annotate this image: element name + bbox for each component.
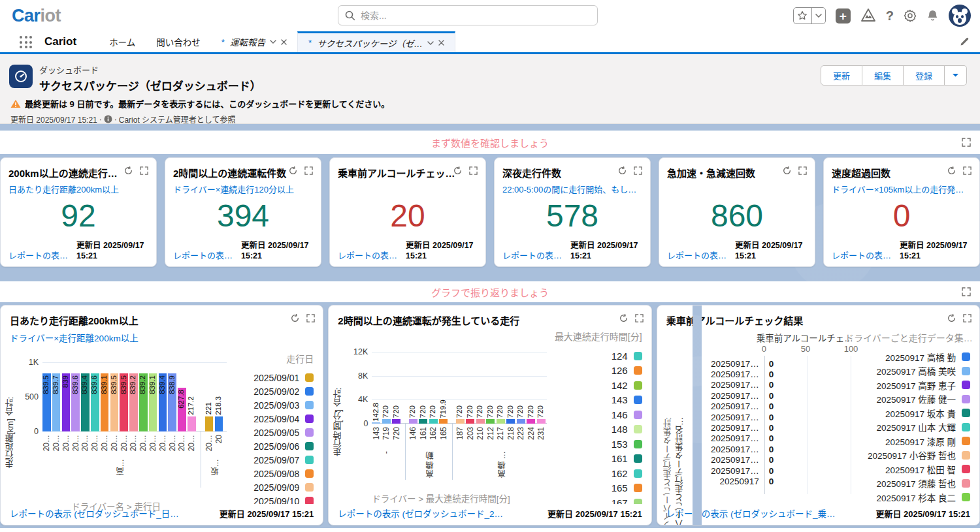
close-icon[interactable] [281, 39, 287, 45]
trailhead-icon[interactable] [860, 8, 876, 23]
tab-home[interactable]: ホーム [99, 31, 146, 52]
report-link[interactable]: レポートの表示 (ゼロダッシュボード_2… [338, 507, 503, 520]
report-link[interactable]: レポートの表… [502, 249, 562, 261]
bar[interactable] [429, 419, 438, 424]
notifications-bell-icon[interactable] [926, 9, 939, 22]
kpi-report-subtitle-link[interactable]: 日あたり走行距離200km以上 [8, 183, 148, 195]
bar[interactable] [537, 419, 546, 424]
legend-color-chip [962, 437, 970, 445]
favorites-star-icon[interactable] [794, 8, 811, 23]
edit-navigation-pencil-icon[interactable] [960, 37, 970, 46]
subscribe-button[interactable]: 登録 [904, 65, 945, 86]
bar[interactable] [456, 419, 465, 424]
refresh-icon[interactable] [124, 166, 133, 175]
bar-value-label: 720 [466, 405, 474, 418]
bar[interactable] [372, 422, 380, 424]
y-tick-label: 500 [12, 392, 39, 401]
x-tick-label: 20… [100, 435, 109, 451]
bar[interactable] [497, 419, 505, 424]
edit-button[interactable]: 編集 [862, 65, 904, 86]
chevron-down-icon[interactable] [270, 40, 276, 44]
app-launcher-waffle-icon[interactable] [20, 36, 33, 49]
expand-icon[interactable] [140, 166, 148, 175]
bar[interactable] [506, 419, 515, 424]
bar[interactable] [486, 419, 495, 424]
expand-icon[interactable] [634, 166, 642, 175]
expand-icon[interactable] [963, 166, 972, 175]
quick-create-icon[interactable]: + [836, 8, 851, 23]
row-value: 0 [769, 369, 774, 379]
kpi-report-subtitle-link[interactable]: 22:00-5:00の間に走行開始、もし… [502, 183, 642, 195]
report-link[interactable]: レポートの表… [338, 249, 397, 261]
refresh-icon[interactable] [947, 314, 956, 322]
kpi-card: 2時間以上の連続運転件数ドライバー×連続走行120分以上394レポートの表…更新… [165, 157, 321, 267]
favorites-dropdown-icon[interactable] [811, 8, 825, 23]
section-expand-icon[interactable] [962, 287, 971, 296]
tab-driving-report[interactable]: *運転報告 [211, 31, 297, 52]
report-link[interactable]: レポートの表… [667, 249, 727, 261]
refresh-icon[interactable] [947, 166, 956, 175]
bar[interactable] [419, 419, 427, 424]
legend-color-chip [305, 442, 314, 450]
refresh-button[interactable]: 更新 [821, 65, 862, 86]
bar[interactable] [205, 416, 214, 431]
legend-color-chip [962, 409, 970, 417]
tab-inquiry[interactable]: 問い合わせ [146, 31, 211, 52]
legend-color-chip [634, 484, 642, 492]
dashboard-page-header: ダッシュボード サクセスパッケージ（ゼロダッシュボード） 最終更新は 9 日前で… [0, 54, 980, 124]
bar-value-label: 720 [486, 405, 494, 418]
bar[interactable] [382, 419, 391, 424]
bar[interactable] [409, 419, 417, 424]
tab-success-package[interactable]: *サクセスパッケージ（ゼ… [297, 31, 455, 52]
card-action-icons [947, 314, 972, 322]
global-search[interactable] [338, 5, 598, 25]
report-link[interactable]: レポートの表示 (ゼロダッシュボード_乗… [666, 507, 836, 520]
expand-icon[interactable] [469, 166, 478, 175]
report-link[interactable]: レポートの表… [8, 249, 68, 261]
chart-updated-text: 更新日 2025/09/17 15:21 [220, 507, 314, 520]
expand-icon[interactable] [304, 166, 313, 175]
bar[interactable] [392, 419, 400, 424]
section-expand-icon[interactable] [962, 138, 971, 147]
bar[interactable] [439, 419, 448, 424]
chart-row: 20250917…0 [693, 401, 774, 412]
report-link[interactable]: レポートの表… [832, 249, 891, 261]
legend-color-chip [634, 366, 642, 375]
chevron-down-icon[interactable] [427, 41, 434, 45]
bar[interactable] [215, 416, 223, 431]
kpi-report-subtitle-link[interactable]: ドライバー×105km以上の走行発… [832, 183, 972, 195]
favorites-group[interactable] [793, 7, 826, 24]
help-icon[interactable]: ? [886, 8, 894, 23]
chart-row: 20250917…0 [693, 380, 774, 390]
meta-dot: · [99, 115, 102, 124]
refresh-icon[interactable] [783, 166, 791, 175]
refresh-icon[interactable] [619, 314, 628, 322]
row-label: 20250917… [702, 401, 759, 411]
expand-icon[interactable] [306, 314, 315, 322]
row-value: 0 [769, 413, 774, 422]
expand-icon[interactable] [963, 314, 972, 322]
x-tick-label: 0 [762, 344, 766, 354]
kpi-card: 深夜走行件数22:00-5:00の間に走行開始、もし…578レポートの表…更新日… [494, 157, 651, 267]
bar[interactable] [476, 419, 485, 424]
refresh-icon[interactable] [289, 166, 297, 175]
bar-value-label: 839.1 [148, 375, 156, 394]
more-actions-dropdown[interactable] [945, 65, 967, 86]
setup-gear-icon[interactable] [904, 9, 917, 22]
close-icon[interactable] [438, 40, 444, 46]
bar[interactable] [188, 416, 196, 431]
refresh-icon[interactable] [618, 166, 627, 175]
info-icon[interactable] [104, 115, 112, 123]
bar[interactable] [466, 419, 474, 424]
user-avatar[interactable] [949, 5, 971, 27]
chart-report-subtitle-link[interactable]: ドライバー×走行距離200km以上 [10, 331, 314, 344]
bar[interactable] [527, 419, 535, 424]
report-link[interactable]: レポートの表… [173, 249, 233, 261]
expand-icon[interactable] [635, 314, 644, 322]
bar[interactable] [517, 419, 525, 424]
expand-icon[interactable] [798, 166, 807, 175]
search-input[interactable] [361, 10, 591, 21]
refresh-icon[interactable] [291, 314, 299, 322]
kpi-report-subtitle-link[interactable]: ドライバー×連続走行120分以上 [173, 183, 313, 195]
refresh-icon[interactable] [453, 166, 462, 175]
